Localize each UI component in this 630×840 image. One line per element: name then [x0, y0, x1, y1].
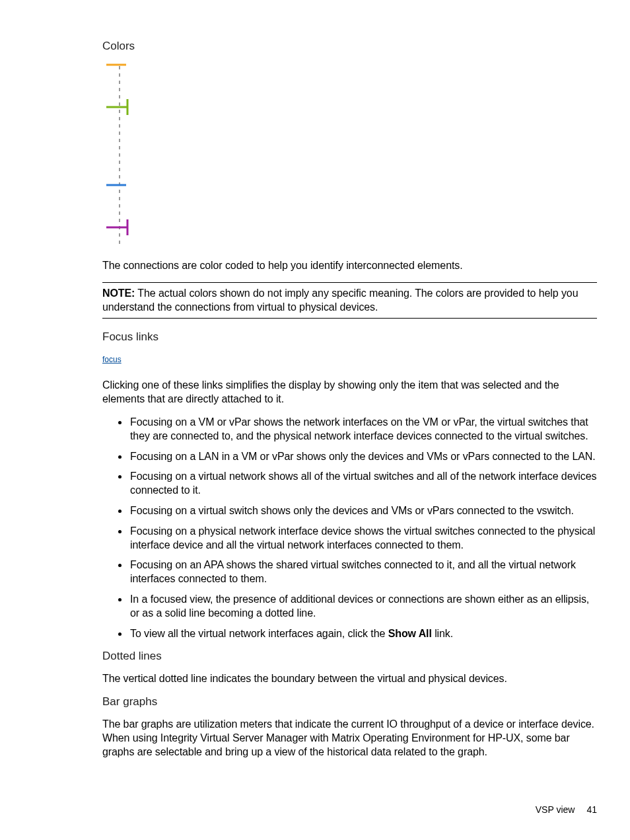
- note-label: NOTE:: [102, 287, 135, 299]
- list-item: To view all the virtual network interfac…: [129, 627, 597, 641]
- list-item: In a focused view, the presence of addit…: [129, 593, 597, 621]
- heading-focus-links: Focus links: [102, 330, 597, 344]
- list-item: Focusing on a LAN in a VM or vPar shows …: [129, 450, 597, 464]
- dotted-lines-paragraph: The vertical dotted line indicates the b…: [102, 672, 597, 686]
- show-all-label: Show All: [388, 628, 432, 639]
- colors-paragraph: The connections are color coded to help …: [102, 259, 597, 273]
- list-item: Focusing on an APA shows the shared virt…: [129, 558, 597, 586]
- heading-bar-graphs: Bar graphs: [102, 695, 597, 708]
- note-box: NOTE: The actual colors shown do not imp…: [102, 282, 597, 319]
- list-item: Focusing on a virtual network shows all …: [129, 470, 597, 498]
- heading-dotted-lines: Dotted lines: [102, 650, 597, 663]
- heading-colors: Colors: [102, 40, 597, 53]
- footer-section-label: VSP view: [536, 804, 575, 815]
- focus-intro-paragraph: Clicking one of these links simplifies t…: [102, 379, 597, 406]
- page-footer: VSP view41: [536, 804, 597, 815]
- list-item-prefix: To view all the virtual network interfac…: [130, 628, 388, 639]
- colors-diagram: [102, 62, 597, 259]
- connection-color-diagram-icon: [102, 62, 142, 247]
- list-item: Focusing on a VM or vPar shows the netwo…: [129, 416, 597, 443]
- focus-bullet-list: Focusing on a VM or vPar shows the netwo…: [102, 416, 597, 640]
- document-page: Colors The connections are color coded t…: [0, 0, 630, 840]
- list-item-suffix: link.: [432, 628, 453, 639]
- focus-link[interactable]: focus: [102, 355, 122, 364]
- footer-page-number: 41: [586, 804, 597, 815]
- bar-graphs-paragraph: The bar graphs are utilization meters th…: [102, 718, 597, 759]
- list-item: Focusing on a physical network interface…: [129, 525, 597, 553]
- note-text: The actual colors shown do not imply any…: [102, 287, 578, 313]
- list-item: Focusing on a virtual switch shows only …: [129, 504, 597, 518]
